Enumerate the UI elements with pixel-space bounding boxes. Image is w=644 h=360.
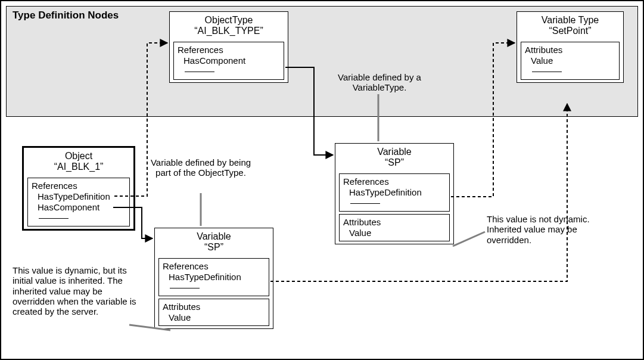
node-variabletype-setpoint: Variable Type “SetPoint” Attributes Valu… bbox=[517, 11, 624, 83]
attributes-box: Attributes Value bbox=[339, 214, 450, 241]
references-box: References HasTypeDefinition bbox=[339, 173, 450, 212]
node-title: Variable “SP” bbox=[335, 144, 453, 171]
node-object-ai-blk-1: Object “AI_BLK_1” References HasTypeDefi… bbox=[22, 146, 135, 231]
annotation-vardef-vartype: Variable defined by a VariableType. bbox=[323, 72, 436, 93]
attribute-line: Value bbox=[343, 228, 446, 238]
reference-line: HasComponent bbox=[178, 55, 280, 66]
annotation-dynamic-value: This value is dynamic, but its initial v… bbox=[13, 265, 138, 316]
reference-line: HasTypeDefinition bbox=[163, 272, 265, 283]
box-header: References bbox=[178, 45, 280, 55]
annotation-vardef-objtype: Variable defined by being part of the Ob… bbox=[150, 157, 251, 178]
node-title: Variable “SP” bbox=[155, 228, 273, 256]
node-variable-sp-upper: Variable “SP” References HasTypeDefiniti… bbox=[335, 143, 454, 244]
references-box: References HasTypeDefinition bbox=[158, 258, 269, 296]
box-header: References bbox=[163, 261, 265, 272]
reference-line-2: HasComponent bbox=[32, 202, 126, 213]
annotation-not-dynamic: This value is not dynamic. Inherited val… bbox=[487, 214, 603, 245]
reference-line-1: HasTypeDefinition bbox=[32, 191, 126, 202]
divider-line bbox=[532, 72, 562, 72]
region-title: Type Definition Nodes bbox=[13, 10, 119, 21]
attribute-line: Value bbox=[163, 312, 265, 323]
attributes-box: Attributes Value bbox=[158, 299, 269, 326]
box-header: Attributes bbox=[163, 302, 265, 312]
divider-line bbox=[170, 288, 200, 288]
diagram-canvas: Type Definition Nodes ObjectType “AI_BLK… bbox=[0, 0, 644, 360]
node-title: ObjectType “AI_BLK_TYPE” bbox=[170, 12, 288, 39]
divider-line bbox=[185, 72, 214, 72]
references-box: References HasComponent bbox=[173, 42, 284, 80]
references-box: References HasTypeDefinition HasComponen… bbox=[27, 178, 130, 226]
box-header: References bbox=[32, 181, 126, 191]
reference-line: HasTypeDefinition bbox=[343, 187, 446, 198]
node-title: Variable Type “SetPoint” bbox=[517, 12, 623, 39]
box-header: Attributes bbox=[343, 217, 446, 228]
divider-line bbox=[39, 218, 69, 219]
node-title: Object “AI_BLK_1” bbox=[24, 148, 133, 175]
attribute-line: Value bbox=[525, 55, 615, 66]
box-header: References bbox=[343, 176, 446, 187]
node-objecttype: ObjectType “AI_BLK_TYPE” References HasC… bbox=[169, 11, 288, 83]
divider-line bbox=[350, 203, 380, 204]
node-variable-sp-lower: Variable “SP” References HasTypeDefiniti… bbox=[154, 228, 273, 329]
box-header: Attributes bbox=[525, 45, 615, 55]
attributes-box: Attributes Value bbox=[521, 42, 620, 80]
